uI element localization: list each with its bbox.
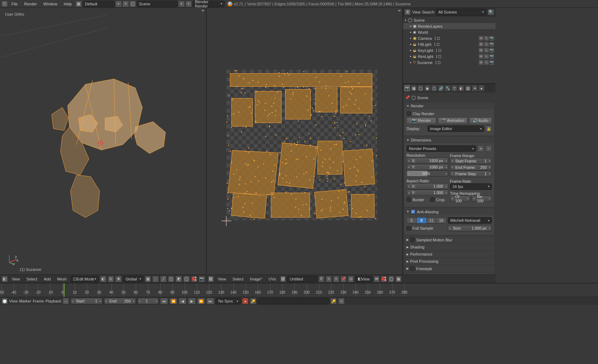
border-checkbox[interactable] — [406, 197, 411, 202]
render-button[interactable]: 📷 Render — [406, 117, 436, 124]
uv-view-mode[interactable]: ◧ View — [355, 276, 372, 282]
res-x-field[interactable]: ◂X:1920 px▸ — [406, 157, 448, 164]
view3d-menu-mesh[interactable]: Mesh — [54, 276, 69, 282]
play-button[interactable]: ▶ — [188, 298, 196, 304]
keying-set-dropdown[interactable] — [258, 298, 329, 304]
aa-8[interactable]: 8 — [417, 218, 427, 223]
restrict-render-icon[interactable]: 📷 — [489, 42, 494, 47]
tab-texture-icon[interactable]: ▨ — [465, 85, 471, 91]
restrict-select-icon[interactable]: ↖ — [484, 42, 489, 47]
image-unlink-button[interactable]: × — [333, 276, 339, 282]
sel-face-icon[interactable]: ▢ — [168, 276, 174, 282]
end-frame-field[interactable]: ◂End Frame:250▸ — [450, 164, 492, 171]
uv-snap-icon[interactable]: 🧲 — [381, 276, 387, 282]
tab-render-layers-icon[interactable]: ▦ — [411, 85, 417, 91]
outliner-item-renderlayers[interactable]: ▸▣RenderLayers — [403, 23, 495, 29]
display-dropdown[interactable]: Image Editor▾ — [427, 125, 484, 132]
outliner-item-scene[interactable]: ▸◯Scene — [403, 17, 495, 23]
animation-button[interactable]: 🎬 Animation — [438, 117, 468, 124]
uv-proportional-icon[interactable]: ◯ — [388, 276, 394, 282]
tab-object-icon[interactable]: ▢ — [431, 85, 437, 91]
snap-icon[interactable]: 🧲 — [191, 276, 198, 282]
audio-button[interactable]: 🔊 Audio — [469, 117, 492, 124]
editor-type-3d-icon[interactable]: ◧ — [1, 276, 8, 282]
view3d-menu-select[interactable]: Select — [24, 276, 40, 282]
clay-render-checkbox[interactable] — [406, 111, 411, 116]
full-sample-checkbox[interactable] — [406, 226, 411, 231]
old-map-field[interactable]: ◂Ol: 100▸ — [450, 196, 470, 202]
aspect-x-field[interactable]: ◂X:1.000▸ — [406, 183, 448, 189]
preset-remove-button[interactable]: − — [486, 145, 492, 152]
outliner-item-suzanne[interactable]: ▸▽Suzanne| ◻👁↖📷 — [403, 59, 495, 65]
restrict-select-icon[interactable]: ↖ — [484, 36, 489, 41]
uv-render-icon[interactable]: ▦ — [395, 276, 402, 282]
tab-render-icon[interactable]: 📷 — [404, 85, 410, 91]
panel-performance-header[interactable]: ▶Performance — [404, 251, 494, 257]
key-delete-button[interactable]: ⦸ — [338, 298, 345, 304]
layout-add-button[interactable]: + — [115, 1, 122, 7]
panel-render-header[interactable]: ▼Render — [404, 103, 494, 109]
render-viewport-icon[interactable]: 📷 — [199, 276, 205, 282]
scene-icon[interactable]: ◯ — [130, 1, 136, 7]
outliner-item-world[interactable]: ▸◉World — [403, 29, 495, 35]
panel-freestyle-header[interactable]: ▶Freestyle — [404, 265, 494, 272]
image-add-button[interactable]: + — [326, 276, 332, 282]
uv-canvas[interactable] — [226, 70, 377, 220]
editor-type-outliner-icon[interactable]: ≣ — [404, 9, 411, 15]
editor-type-info-icon[interactable]: ⓘ — [1, 1, 8, 7]
timeline-ruler[interactable]: -50-40-30-20-100102030405060708090100110… — [0, 283, 598, 297]
res-pct-field[interactable]: ◂50%▸ — [406, 170, 448, 177]
tab-world-icon[interactable]: ◉ — [424, 85, 430, 91]
restrict-render-icon[interactable]: 📷 — [489, 54, 494, 59]
mode-dropdown[interactable]: ◫ Edit Mode▾ — [70, 276, 99, 282]
current-frame-tl[interactable]: ◂1▸ — [137, 298, 159, 304]
key-insert-button[interactable]: 🔑 — [330, 298, 337, 304]
tl-menu-marker[interactable]: Marker — [19, 299, 31, 303]
restrict-select-icon[interactable]: ↖ — [484, 54, 489, 59]
layout-remove-button[interactable]: × — [122, 1, 129, 7]
scene-add-button[interactable]: + — [178, 1, 185, 7]
uv-sel-sync-icon[interactable]: ⇄ — [374, 276, 380, 282]
end-frame-tl[interactable]: ◂End:250▸ — [104, 298, 136, 304]
image-pin-icon[interactable]: 📌 — [341, 276, 347, 282]
menu-render[interactable]: Render — [21, 1, 40, 7]
tab-material-icon[interactable]: ◐ — [458, 85, 464, 91]
tl-menu-view[interactable]: View — [9, 299, 18, 303]
outliner-view-menu[interactable]: View — [412, 10, 421, 14]
tl-menu-frame[interactable]: Frame — [33, 299, 44, 303]
screen-layout-icon[interactable]: ▦ — [75, 1, 82, 7]
scene-remove-button[interactable]: × — [185, 1, 192, 7]
uv-menu-uvs[interactable]: UVs — [266, 276, 279, 282]
editor-type-image-icon[interactable]: 🖼 — [208, 276, 214, 282]
area-split-corner[interactable] — [398, 10, 401, 12]
pivot-uv-icon[interactable]: ⊙ — [348, 276, 354, 282]
preset-add-button[interactable]: + — [478, 145, 484, 152]
mesh-suzanne[interactable] — [43, 74, 178, 226]
panel-dimensions-header[interactable]: ▼Dimensions — [404, 137, 494, 143]
render-engine-dropdown[interactable]: Blender Render▾ — [193, 1, 225, 7]
aa-enable-checkbox[interactable]: ✓ — [411, 209, 415, 214]
jump-end-button[interactable]: ⏭ — [206, 298, 214, 304]
render-presets-dropdown[interactable]: Render Presets▾ — [406, 145, 476, 152]
restrict-render-icon[interactable]: 📷 — [489, 48, 494, 53]
sel-edge-icon[interactable]: ╱ — [160, 276, 167, 282]
tl-menu-playback[interactable]: Playback — [46, 299, 62, 303]
restrict-select-icon[interactable]: ↖ — [484, 48, 489, 53]
restrict-render-icon[interactable]: 📷 — [489, 36, 494, 41]
tab-physics-icon[interactable]: ● — [478, 85, 484, 91]
viewport-uv-image[interactable] — [206, 8, 403, 274]
auto-keyframe-button[interactable]: ● — [242, 298, 248, 304]
outliner-search-menu[interactable]: Search — [422, 10, 435, 14]
jump-start-button[interactable]: ⏮ — [160, 298, 168, 304]
panel-shading-header[interactable]: ▶Shading — [404, 244, 494, 250]
uv-menu-image[interactable]: Image* — [247, 276, 265, 282]
tab-constraints-icon[interactable]: 🔗 — [438, 85, 444, 91]
aa-11[interactable]: 11 — [427, 218, 437, 223]
viewport-3d[interactable]: User Ortho z — [0, 8, 206, 274]
restrict-view-icon[interactable]: 👁 — [479, 36, 483, 41]
manipulator-icon[interactable]: ✥ — [115, 276, 122, 282]
view3d-menu-add[interactable]: Add — [41, 276, 53, 282]
sync-mode-dropdown[interactable]: No Sync▾ — [216, 298, 241, 304]
limit-sel-icon[interactable]: ◩ — [175, 276, 182, 282]
orientation-dropdown[interactable]: Global▾ — [123, 276, 143, 282]
